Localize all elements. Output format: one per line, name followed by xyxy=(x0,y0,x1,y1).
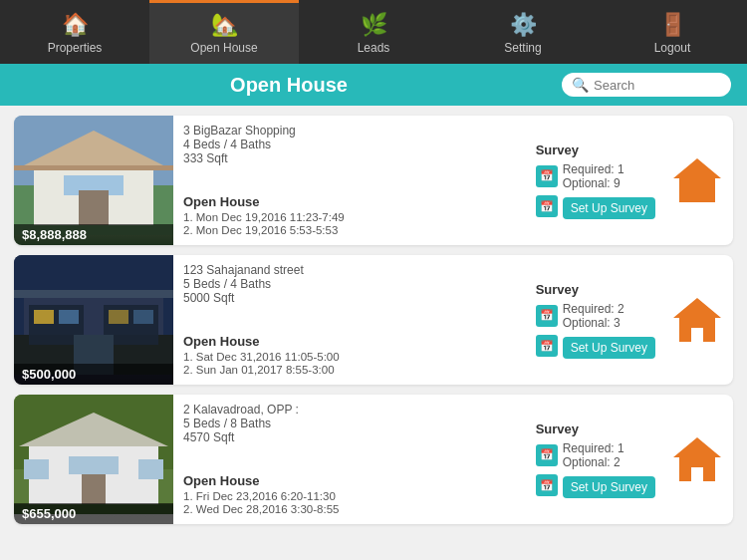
oh-time-2a: 1. Sat Dec 31,2016 11:05-5:00 xyxy=(183,351,520,363)
price-badge-1: $8,888,888 xyxy=(14,224,173,245)
home-icon-col-1 xyxy=(661,116,733,245)
survey-section-3: Survey 📅 Required: 1 Optional: 2 📅 Set U… xyxy=(530,395,661,524)
calendar-icon-1b: 📅 xyxy=(536,195,558,217)
oh-time-2b: 2. Sun Jan 01,2017 8:55-3:00 xyxy=(183,364,520,376)
svg-rect-16 xyxy=(59,310,79,324)
header-bar: Open House 🔍 xyxy=(0,64,747,106)
survey-section-2: Survey 📅 Required: 2 Optional: 3 📅 Set U… xyxy=(530,255,661,385)
page-title: Open House xyxy=(16,74,562,97)
nav-label-leads: Leads xyxy=(358,41,390,55)
nav-item-logout[interactable]: 🚪 Logout xyxy=(598,0,747,64)
listing-card: $500,000 123 Sahajanand street 5 Beds / … xyxy=(14,255,733,385)
logout-icon: 🚪 xyxy=(659,12,686,38)
price-badge-3: $655,000 xyxy=(14,503,173,524)
optional-row-1: Optional: 9 xyxy=(563,176,624,190)
optional-row-3: Optional: 2 xyxy=(563,455,624,469)
property-image-1: $8,888,888 xyxy=(14,116,173,245)
calendar-icon-3b: 📅 xyxy=(536,474,558,496)
survey-section-1: Survey 📅 Required: 1 Optional: 9 📅 Set U… xyxy=(530,116,661,245)
property-image-2: $500,000 xyxy=(14,255,173,385)
svg-rect-6 xyxy=(14,165,173,170)
nav-item-open-house[interactable]: 🏡 Open House xyxy=(149,0,299,64)
nav-label-open-house: Open House xyxy=(190,41,257,55)
oh-time-3a: 1. Fri Dec 23,2016 6:20-11:30 xyxy=(183,490,520,502)
prop-address-2: 123 Sahajanand street xyxy=(183,263,520,277)
search-input[interactable] xyxy=(594,78,713,93)
nav-label-logout: Logout xyxy=(654,41,691,55)
prop-info-1: 3 BigBazar Shopping 4 Beds / 4 Baths 333… xyxy=(173,116,530,245)
home-icon-col-3 xyxy=(661,395,733,524)
oh-label-3: Open House xyxy=(183,473,520,488)
calendar-icon-1a: 📅 xyxy=(536,165,558,187)
prop-beds-1: 4 Beds / 4 Baths xyxy=(183,138,520,151)
calendar-icon-2b: 📅 xyxy=(536,335,558,357)
oh-time-1b: 2. Mon Dec 19,2016 5:53-5:53 xyxy=(183,224,520,236)
nav-item-leads[interactable]: 🌿 Leads xyxy=(299,0,448,64)
prop-beds-3: 5 Beds / 8 Baths xyxy=(183,417,520,430)
svg-rect-18 xyxy=(133,310,153,324)
property-image-3: $655,000 xyxy=(14,395,173,524)
nav-item-properties[interactable]: 🏠 Properties xyxy=(0,0,149,64)
listings-container: $8,888,888 3 BigBazar Shopping 4 Beds / … xyxy=(0,106,747,534)
required-row-3: Required: 1 xyxy=(563,441,624,455)
setup-survey-btn-1[interactable]: Set Up Survey xyxy=(563,197,655,219)
leads-icon: 🌿 xyxy=(361,12,387,38)
svg-marker-21 xyxy=(673,298,721,342)
required-row-2: Required: 2 xyxy=(563,302,624,316)
house-orange-icon-2 xyxy=(671,294,723,346)
prop-info-3: 2 Kalavadroad, OPP : 5 Beds / 8 Baths 45… xyxy=(173,395,530,524)
top-nav: 🏠 Properties 🏡 Open House 🌿 Leads ⚙️ Set… xyxy=(0,0,747,64)
house-orange-icon-1 xyxy=(671,154,723,206)
prop-address-1: 3 BigBazar Shopping xyxy=(183,124,520,138)
svg-rect-29 xyxy=(138,459,163,479)
home-icon-col-2 xyxy=(661,255,733,385)
search-icon: 🔍 xyxy=(572,77,589,93)
price-badge-2: $500,000 xyxy=(14,364,173,385)
survey-label-2: Survey xyxy=(536,282,655,297)
setup-survey-btn-2[interactable]: Set Up Survey xyxy=(563,337,655,359)
oh-time-3b: 2. Wed Dec 28,2016 3:30-8:55 xyxy=(183,503,520,515)
svg-rect-20 xyxy=(14,290,173,298)
prop-sqft-1: 333 Sqft xyxy=(183,151,520,165)
svg-rect-17 xyxy=(109,310,128,324)
setup-survey-btn-3[interactable]: Set Up Survey xyxy=(563,476,655,498)
prop-address-3: 2 Kalavadroad, OPP : xyxy=(183,403,520,417)
svg-marker-31 xyxy=(673,437,721,481)
prop-sqft-2: 5000 Sqft xyxy=(183,291,520,305)
required-row-1: Required: 1 xyxy=(563,162,624,176)
properties-icon: 🏠 xyxy=(62,12,89,38)
open-house-icon: 🏡 xyxy=(211,12,238,38)
prop-info-2: 123 Sahajanand street 5 Beds / 4 Baths 5… xyxy=(173,255,530,385)
search-box[interactable]: 🔍 xyxy=(562,73,731,97)
setting-icon: ⚙️ xyxy=(510,12,537,38)
calendar-icon-2a: 📅 xyxy=(536,305,558,327)
prop-beds-2: 5 Beds / 4 Baths xyxy=(183,277,520,291)
survey-label-1: Survey xyxy=(536,142,655,157)
survey-label-3: Survey xyxy=(536,421,655,436)
calendar-icon-3a: 📅 xyxy=(536,444,558,466)
svg-rect-28 xyxy=(24,459,49,479)
nav-label-properties: Properties xyxy=(48,41,103,55)
svg-rect-5 xyxy=(79,190,109,225)
svg-rect-26 xyxy=(69,456,119,474)
oh-time-1a: 1. Mon Dec 19,2016 11:23-7:49 xyxy=(183,211,520,223)
oh-label-1: Open House xyxy=(183,194,520,209)
svg-rect-8 xyxy=(691,188,703,202)
optional-row-2: Optional: 3 xyxy=(563,316,624,330)
svg-rect-15 xyxy=(34,310,54,324)
listing-card: $655,000 2 Kalavadroad, OPP : 5 Beds / 8… xyxy=(14,395,733,524)
oh-label-2: Open House xyxy=(183,334,520,349)
nav-item-setting[interactable]: ⚙️ Setting xyxy=(448,0,598,64)
listing-card: $8,888,888 3 BigBazar Shopping 4 Beds / … xyxy=(14,116,733,245)
nav-label-setting: Setting xyxy=(504,41,541,55)
house-orange-icon-3 xyxy=(671,433,723,485)
prop-sqft-3: 4570 Sqft xyxy=(183,430,520,444)
